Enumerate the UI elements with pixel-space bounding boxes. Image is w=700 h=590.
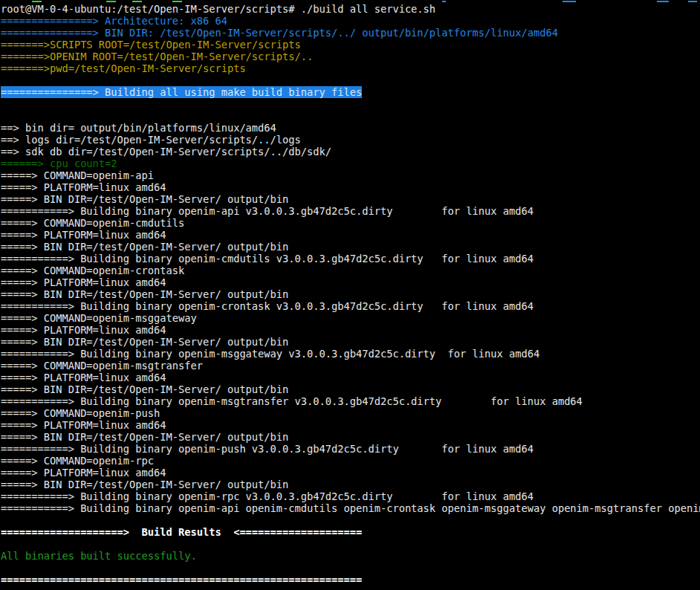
building-binary-line: ===========> Building binary openim-msgt…: [1, 395, 700, 407]
build-success-message: All binaries built successfully.: [1, 550, 700, 562]
building-binary-line: ===========> Building binary openim-cron…: [1, 300, 700, 312]
building-binary-line: ===========> Building binary openim-api …: [1, 205, 700, 217]
clipped-text-fragment: [32, 1, 42, 2]
building-all-banner-line: ===============> Building all using make…: [1, 86, 700, 98]
build-results-header: ====================> Build Results <===…: [1, 526, 700, 538]
blank-line: [1, 98, 700, 110]
shell-prompt-line: root@VM-0-4-ubuntu:/test/Open-IM-Server/…: [1, 3, 700, 15]
bin-dir-env-line: =====> BIN_DIR=/test/Open-IM-Server/_out…: [1, 479, 700, 490]
clipped-text-fragment: [172, 1, 182, 2]
bin-dir-line: ===============> BIN_DIR: /test/Open-IM-…: [1, 27, 700, 39]
openim-root-line: =======>OPENIM_ROOT=/test/Open-IM-Server…: [1, 51, 700, 62]
blank-line: [1, 514, 700, 526]
make-bin-dir-line: ==> bin_dir=_output/bin/platforms/linux/…: [1, 122, 700, 134]
building-binary-line: ===========> Building binary openim-push…: [1, 443, 700, 455]
platform-line: =====> PLATFORM=linux_amd64: [1, 276, 700, 288]
equals-separator: ========================================…: [1, 574, 700, 586]
building-binary-line: ===========> Building binary openim-rpc …: [1, 490, 700, 502]
command-line: =====> COMMAND=openim-msgtransfer: [1, 360, 700, 372]
clipped-text-fragment: [442, 1, 446, 2]
platform-line: =====> PLATFORM=linux_amd64: [1, 372, 700, 383]
pwd-line: =======>pwd=/test/Open-IM-Server/scripts: [1, 62, 700, 74]
blank-line: [1, 562, 700, 574]
scripts-root-line: =======>SCRIPTS_ROOT=/test/Open-IM-Serve…: [1, 39, 700, 51]
platform-line: =====> PLATFORM=linux_amd64: [1, 229, 700, 241]
make-logs-dir-line: ==> logs_dir=/test/Open-IM-Server/script…: [1, 134, 700, 146]
building-binary-line: ===========> Building binary openim-msgg…: [1, 348, 700, 360]
platform-line: =====> PLATFORM=linux_amd64: [1, 324, 700, 336]
clipped-text-fragment: [563, 1, 576, 2]
bin-dir-env-line: =====> BIN_DIR=/test/Open-IM-Server/_out…: [1, 288, 700, 300]
blank-line: [1, 538, 700, 550]
clipped-text-fragment: [688, 1, 697, 2]
bin-dir-env-line: =====> BIN_DIR=/test/Open-IM-Server/_out…: [1, 383, 700, 395]
platform-line: =====> PLATFORM=linux_amd64: [1, 467, 700, 479]
bin-dir-env-line: =====> BIN_DIR=/test/Open-IM-Server/_out…: [1, 193, 700, 205]
clipped-text-fragment: [657, 1, 669, 2]
command-line: =====> COMMAND=openim-rpc: [1, 455, 700, 467]
command-line: =====> COMMAND=openim-cmdutils: [1, 217, 700, 229]
clipped-text-fragment: [106, 1, 116, 2]
platform-line: =====> PLATFORM=linux_amd64: [1, 181, 700, 193]
command-line: =====> COMMAND=openim-crontask: [1, 265, 700, 276]
command-line: =====> COMMAND=openim-msggateway: [1, 312, 700, 324]
command-line: =====> COMMAND=openim-push: [1, 407, 700, 419]
platform-line: =====> PLATFORM=linux_amd64: [1, 419, 700, 431]
bin-dir-env-line: =====> BIN_DIR=/test/Open-IM-Server/_out…: [1, 431, 700, 443]
bin-dir-env-line: =====> BIN_DIR=/test/Open-IM-Server/_out…: [1, 241, 700, 253]
selected-text: ===============> Building all using make…: [1, 86, 362, 98]
bin-dir-env-line: =====> BIN_DIR=/test/Open-IM-Server/_out…: [1, 336, 700, 348]
terminal-screen[interactable]: root@VM-0-4-ubuntu:/test/Open-IM-Server/…: [0, 0, 700, 590]
building-all-binaries-line: ===========> Building binary openim-api …: [1, 502, 700, 514]
building-binary-line: ===========> Building binary openim-cmdu…: [1, 253, 700, 265]
clipped-text-fragment: [132, 1, 142, 2]
underscore-separator: ________________________________________…: [1, 110, 700, 122]
make-sdk-db-dir-line: ==> sdk_db_dir=/test/Open-IM-Server/scri…: [1, 146, 700, 158]
architecture-line: ===============> Architecture: x86_64: [1, 15, 700, 27]
blank-line: [1, 586, 700, 590]
command-line: =====> COMMAND=openim-api: [1, 169, 700, 181]
blank-line: [1, 74, 700, 86]
cpu-count-line: ======> cpu_count=2: [1, 158, 700, 169]
clipped-previous-line: [0, 0, 700, 3]
